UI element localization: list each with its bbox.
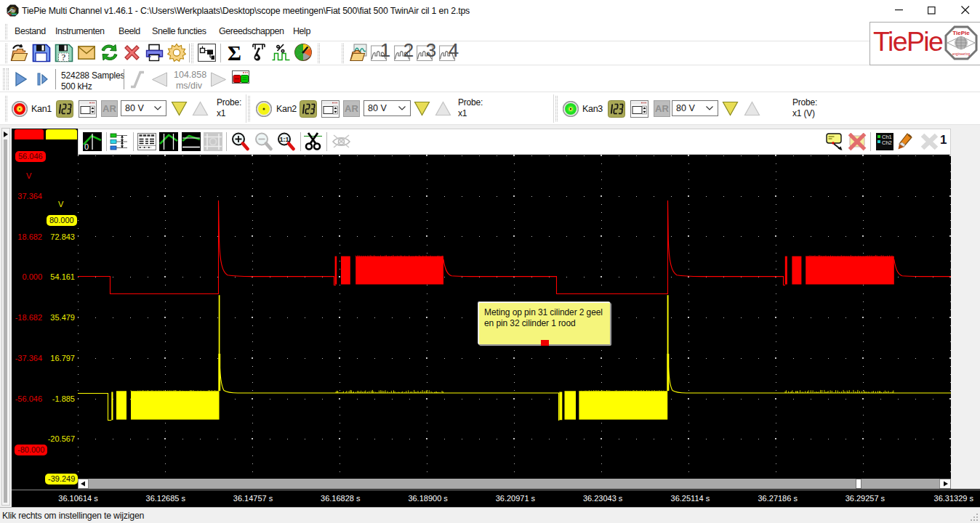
svg-text:4: 4 <box>448 43 458 61</box>
svg-text:3: 3 <box>425 43 435 61</box>
svg-text:0: 0 <box>84 142 89 151</box>
svg-text:Ch2: Ch2 <box>882 139 892 146</box>
svg-text:TiePie: TiePie <box>952 30 970 36</box>
svg-text:1: 1 <box>380 43 390 61</box>
svg-text:?: ? <box>62 52 66 62</box>
svg-text:2: 2 <box>403 43 413 61</box>
svg-text:1:1: 1:1 <box>279 136 289 143</box>
svg-text:engineering: engineering <box>952 52 970 56</box>
